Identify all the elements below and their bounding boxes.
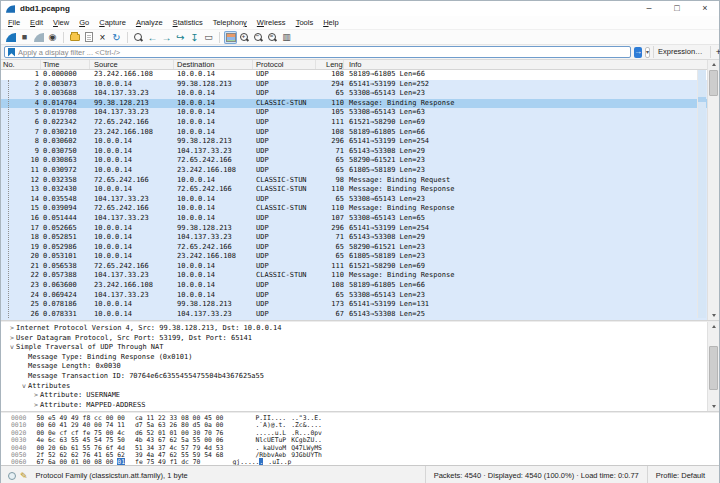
- scrollbar-thumb[interactable]: [709, 346, 718, 390]
- column-header-protocol[interactable]: Protocol: [253, 60, 316, 69]
- scrollbar-thumb[interactable]: [709, 70, 718, 96]
- zoom-in-icon[interactable]: +: [238, 31, 251, 44]
- go-back-icon[interactable]: ←: [146, 31, 159, 44]
- menu-wireless[interactable]: Wireless: [252, 16, 291, 29]
- column-header-length[interactable]: Length: [316, 60, 344, 69]
- column-header-time[interactable]: Time: [41, 60, 90, 69]
- start-capture-icon[interactable]: [4, 31, 17, 44]
- detail-row[interactable]: >Attribute: MAPPED-ADDRESS: [1, 401, 719, 411]
- scroll-up-icon[interactable]: [708, 322, 719, 331]
- detail-row[interactable]: Message Transaction ID: 70764e6c63554554…: [1, 372, 719, 382]
- go-to-packet-icon[interactable]: ↪: [174, 31, 187, 44]
- column-header-destination[interactable]: Destination: [174, 60, 253, 69]
- packet-row[interactable]: 260.07833110.0.0.14104.137.33.23UDP67651…: [1, 310, 719, 320]
- packet-row[interactable]: 20.00307310.0.0.1499.38.128.213UDP294651…: [1, 80, 719, 90]
- packet-row[interactable]: 130.03243010.0.0.1472.65.242.166CLASSIC-…: [1, 185, 719, 195]
- packet-cell-time: 0.069424: [41, 291, 90, 301]
- menu-edit[interactable]: Edit: [25, 16, 48, 29]
- intelligent-scrollbar-minimap[interactable]: [697, 70, 706, 318]
- save-file-icon[interactable]: [82, 31, 95, 44]
- menu-telephony[interactable]: Telephony: [208, 16, 252, 29]
- packet-list-scrollbar[interactable]: [707, 60, 719, 320]
- detail-row[interactable]: vSimple Traversal of UDP Through NAT: [1, 343, 719, 353]
- profile-status[interactable]: Profile: Default: [647, 466, 715, 483]
- detail-row[interactable]: >Internet Protocol Version 4, Src: 99.38…: [1, 324, 719, 334]
- column-header-source[interactable]: Source: [90, 60, 174, 69]
- packet-row[interactable]: 210.05653872.65.242.16610.0.0.14UDP11161…: [1, 262, 719, 272]
- restart-capture-icon[interactable]: [32, 31, 45, 44]
- capture-comment-icon[interactable]: ✎: [20, 471, 28, 481]
- menu-analyze[interactable]: Analyze: [131, 16, 168, 29]
- expert-info-icon[interactable]: [8, 472, 16, 480]
- packet-cell-time: 0.030863: [41, 156, 90, 166]
- scroll-up-icon[interactable]: [708, 60, 719, 69]
- packet-row[interactable]: 250.07818610.0.0.1499.38.128.213UDP17365…: [1, 300, 719, 310]
- packet-cell-len: 98: [316, 176, 344, 186]
- packet-row[interactable]: 100.03086310.0.0.1472.65.242.166UDP65582…: [1, 156, 719, 166]
- menu-view[interactable]: View: [48, 16, 74, 29]
- maximize-button[interactable]: □: [663, 1, 691, 16]
- go-to-last-icon[interactable]: ↧: [188, 31, 201, 44]
- menu-tools[interactable]: Tools: [291, 16, 319, 29]
- menu-file[interactable]: File: [3, 16, 25, 29]
- filter-dropdown-button[interactable]: ▾: [645, 47, 650, 58]
- packet-row[interactable]: 160.051444104.137.33.2310.0.0.14UDP10753…: [1, 214, 719, 224]
- packet-row[interactable]: 140.035548104.137.33.2310.0.0.14UDP65533…: [1, 195, 719, 205]
- menu-capture[interactable]: Capture: [94, 16, 131, 29]
- packet-row[interactable]: 200.05310110.0.0.1423.242.166.108UDP6561…: [1, 252, 719, 262]
- column-header-no[interactable]: No.: [1, 60, 41, 69]
- close-file-icon[interactable]: ×: [96, 31, 109, 44]
- packet-row[interactable]: 60.02234272.65.242.16610.0.0.14UDP111615…: [1, 118, 719, 128]
- packet-row[interactable]: 230.06360023.242.166.10810.0.0.14UDP1085…: [1, 281, 719, 291]
- details-scrollbar[interactable]: [707, 322, 719, 411]
- detail-row[interactable]: Message Type: Binding Response (0x0101): [1, 353, 719, 363]
- detail-row[interactable]: Message Length: 0x0030: [1, 362, 719, 372]
- find-packet-icon[interactable]: [132, 31, 145, 44]
- filter-bookmark-icon[interactable]: [8, 48, 15, 57]
- apply-filter-button[interactable]: →: [634, 47, 642, 58]
- packet-row[interactable]: 80.03060210.0.0.1499.38.128.213UDP296651…: [1, 137, 719, 147]
- scroll-down-icon[interactable]: [708, 402, 719, 411]
- minimize-button[interactable]: –: [635, 1, 663, 16]
- add-filter-button[interactable]: +: [710, 46, 720, 58]
- packet-row[interactable]: 180.05285110.0.0.14104.137.33.23UDP71651…: [1, 233, 719, 243]
- colorize-packets-icon[interactable]: [224, 31, 237, 44]
- zoom-reset-icon[interactable]: =: [266, 31, 279, 44]
- menu-help[interactable]: Help: [318, 16, 343, 29]
- packet-row[interactable]: 10.00000023.242.166.10810.0.0.14UDP10858…: [1, 70, 719, 80]
- detail-row[interactable]: >User Datagram Protocol, Src Port: 53199…: [1, 334, 719, 344]
- auto-scroll-icon[interactable]: ▭: [202, 31, 215, 44]
- magnifier-shape: =: [267, 32, 278, 43]
- close-button[interactable]: ×: [691, 1, 719, 16]
- packet-cell-info: 53308→65143 Len=65: [344, 214, 719, 224]
- packet-row[interactable]: 170.05266510.0.0.1499.38.128.213UDP29665…: [1, 224, 719, 234]
- zoom-out-icon[interactable]: −: [252, 31, 265, 44]
- detail-row[interactable]: >Attribute: USERNAME: [1, 391, 719, 401]
- display-filter-input[interactable]: [18, 47, 627, 57]
- packet-row[interactable]: 110.03097210.0.0.1423.242.166.108UDP6561…: [1, 166, 719, 176]
- open-file-icon[interactable]: [68, 31, 81, 44]
- packet-row[interactable]: 240.069424104.137.33.2310.0.0.14UDP65533…: [1, 291, 719, 301]
- menu-statistics[interactable]: Statistics: [168, 16, 208, 29]
- go-forward-icon[interactable]: →: [160, 31, 173, 44]
- packet-row[interactable]: 70.03021023.242.166.10810.0.0.14UDP10858…: [1, 128, 719, 138]
- expression-button[interactable]: Expression…: [653, 46, 707, 58]
- display-filter-box[interactable]: [4, 46, 631, 58]
- capture-options-icon[interactable]: ◉: [46, 31, 59, 44]
- packet-row[interactable]: 30.003688104.137.33.2310.0.0.14UDP655330…: [1, 89, 719, 99]
- stop-capture-icon[interactable]: ■: [18, 31, 31, 44]
- packet-row[interactable]: 150.03909472.65.242.16610.0.0.14CLASSIC-…: [1, 204, 719, 214]
- scroll-down-icon[interactable]: [708, 311, 719, 320]
- reload-file-icon[interactable]: ↻: [110, 31, 123, 44]
- resize-columns-icon[interactable]: ▥: [280, 31, 293, 44]
- packet-row[interactable]: 50.019708104.137.33.2310.0.0.14UDP105533…: [1, 108, 719, 118]
- packet-row[interactable]: 220.057388104.137.33.2310.0.0.14CLASSIC-…: [1, 271, 719, 281]
- column-header-info[interactable]: Info: [344, 60, 719, 69]
- menu-go[interactable]: Go: [74, 16, 94, 29]
- packet-row[interactable]: 190.05298610.0.0.1472.65.242.166UDP65582…: [1, 243, 719, 253]
- packet-row[interactable]: 120.03235872.65.242.16610.0.0.14CLASSIC-…: [1, 176, 719, 186]
- packet-row[interactable]: 40.01470499.38.128.21310.0.0.14CLASSIC-S…: [1, 99, 719, 109]
- packet-row[interactable]: 90.03075010.0.0.14104.137.33.23UDP716514…: [1, 147, 719, 157]
- detail-row[interactable]: vAttributes: [1, 382, 719, 392]
- packet-cell-time: 0.022342: [41, 118, 90, 128]
